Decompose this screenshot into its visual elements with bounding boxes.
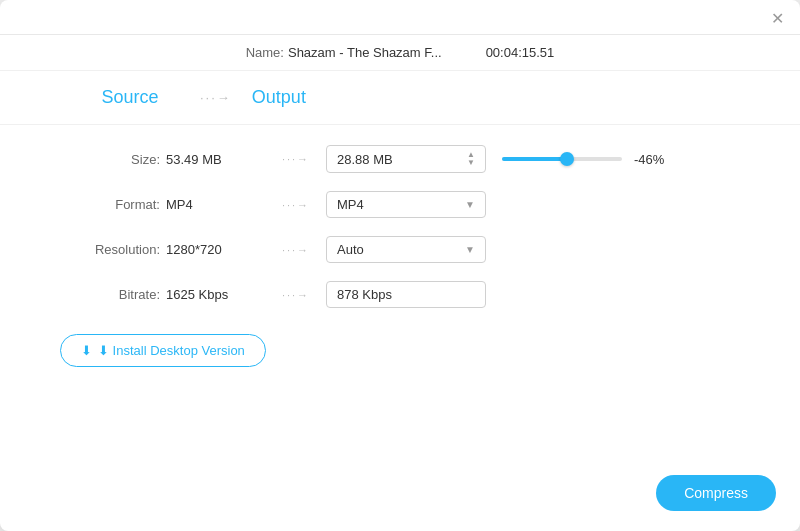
size-source-value: 53.49 MB [166,152,266,167]
size-output-value: 28.88 MB [337,152,393,167]
resolution-output: Auto ▼ [326,236,486,263]
size-slider-track [502,157,622,161]
size-slider-area: -46% [502,152,664,167]
format-source-value: MP4 [166,197,266,212]
size-slider-thumb[interactable] [560,152,574,166]
bitrate-output: 878 Kbps [326,281,486,308]
close-button[interactable]: ✕ [770,12,784,26]
install-icon: ⬇ [81,343,92,358]
resolution-output-value: Auto [337,242,364,257]
output-label: Output [252,87,306,108]
size-slider-fill [502,157,567,161]
resolution-source-value: 1280*720 [166,242,266,257]
resolution-select[interactable]: Auto ▼ [326,236,486,263]
size-spinbox-arrows: ▲▼ [467,151,475,167]
compress-button[interactable]: Compress [656,475,776,511]
format-arrow: ···→ [266,199,326,211]
filename: Shazam - The Shazam F... [288,45,442,60]
format-output-value: MP4 [337,197,364,212]
format-output: MP4 ▼ [326,191,486,218]
content-area: Size: 53.49 MB ···→ 28.88 MB ▲▼ -46% For… [0,125,800,387]
bitrate-row: Bitrate: 1625 Kbps ···→ 878 Kbps [60,281,740,308]
size-row: Size: 53.49 MB ···→ 28.88 MB ▲▼ -46% [60,145,740,173]
install-label: ⬇ Install Desktop Version [98,343,245,358]
source-output-bar: Source ···→ Output [0,71,800,125]
format-row: Format: MP4 ···→ MP4 ▼ [60,191,740,218]
title-bar: ✕ [0,0,800,35]
format-select[interactable]: MP4 ▼ [326,191,486,218]
size-output: 28.88 MB ▲▼ [326,145,486,173]
format-label: Format: [60,197,160,212]
resolution-label: Resolution: [60,242,160,257]
resolution-row: Resolution: 1280*720 ···→ Auto ▼ [60,236,740,263]
duration: 00:04:15.51 [486,45,555,60]
file-info-row: Name: Shazam - The Shazam F... 00:04:15.… [0,35,800,71]
size-spinbox[interactable]: 28.88 MB ▲▼ [326,145,486,173]
bitrate-arrow: ···→ [266,289,326,301]
install-desktop-button[interactable]: ⬇ ⬇ Install Desktop Version [60,334,266,367]
bitrate-source-value: 1625 Kbps [166,287,266,302]
size-arrow: ···→ [266,153,326,165]
source-label: Source [80,87,180,108]
main-window: ✕ Name: Shazam - The Shazam F... 00:04:1… [0,0,800,531]
name-label: Name: [246,45,284,60]
size-label: Size: [60,152,160,167]
bitrate-label: Bitrate: [60,287,160,302]
bitrate-input[interactable]: 878 Kbps [326,281,486,308]
resolution-arrow: ···→ [266,244,326,256]
resolution-chevron-icon: ▼ [465,244,475,255]
compress-label: Compress [684,485,748,501]
source-output-arrow: ···→ [200,90,232,105]
size-slider-pct: -46% [634,152,664,167]
format-chevron-icon: ▼ [465,199,475,210]
